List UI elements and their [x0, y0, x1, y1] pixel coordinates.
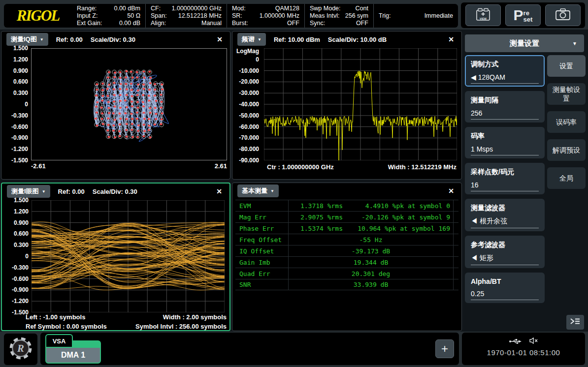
spectrum-center-freq: Ctr : 1.000000000 GHz	[267, 163, 334, 171]
home-button[interactable]: R	[4, 334, 37, 365]
topbar-field-value: 1.000000000 GHz	[172, 5, 222, 12]
topbar-field-label: Swp Mode:	[310, 5, 341, 12]
topbar-field-value: OFF	[356, 20, 368, 27]
eye-footer-row: Ref Symbol : 0.00 symbolsSymbol Intvl : …	[26, 323, 227, 330]
y-axis-tick: 1.200	[2, 208, 29, 215]
vsa-app-tab[interactable]: VSA DMA 1	[45, 334, 102, 364]
y-axis-tick: 0.600	[2, 230, 29, 237]
topbar-section: Mod:QAM128SR:1.000000 MHzBurst:OFF	[227, 4, 305, 28]
y-axis-tick: -0.600	[2, 275, 29, 282]
measurement-peak-value: 10.964 %pk at symbol 169	[343, 225, 450, 232]
measurement-value: -55 Hz	[292, 236, 450, 244]
sidebar-menu-item[interactable]: 码率1 Msps	[465, 127, 545, 158]
topbar-section: Range:0.00 dBmInput Z:50 ΩExt Gain:0.00 …	[72, 4, 146, 28]
y-axis-tick: 0.900	[2, 219, 29, 226]
measurement-name: Phase Err	[235, 225, 288, 232]
sidebar-tab[interactable]: 误码率	[547, 111, 586, 133]
spectrum-ref-value: Ref: 10.00 dBm	[274, 36, 320, 43]
measurement-peak-value: -20.126 %pk at symbol 9	[343, 214, 450, 221]
topbar-field: Meas Intvl:256 sym	[310, 12, 368, 20]
measurement-values: 33.939 dB	[288, 279, 454, 290]
spectrum-close-button[interactable]: ✕	[446, 34, 457, 44]
measurement-row: Quad Err20.301 deg	[235, 268, 458, 279]
spectrum-span-width: Width : 12.512219 MHz	[388, 163, 457, 171]
y-axis-tick: -90.000	[232, 157, 259, 164]
topbar-field: Ext Gain:0.00 dB	[77, 20, 140, 27]
eye-footer-right-value: Symbol Intvl : 256.00 symbols	[135, 323, 227, 330]
sidebar-menu-item[interactable]: 参考滤波器◀ 矩形	[465, 236, 545, 268]
sidebar-menu-item[interactable]: 调制方式◀ 128QAM	[465, 55, 545, 87]
vsa-instrument-screen: { "topbar": { "logo": "RIGOL", "sections…	[0, 0, 588, 367]
topbar-field: Range:0.00 dBm	[77, 5, 140, 12]
eye-footer-right-value: Width : 2.00 symbols	[163, 313, 227, 321]
svg-text:R: R	[17, 342, 24, 354]
topbar-section: Trig:Immediate	[374, 4, 458, 28]
view-button[interactable]: VIEW	[465, 4, 501, 26]
measurement-values: 1.3718 %rms4.4910 %pk at symbol 0	[288, 200, 454, 211]
y-axis-tick: -40.000	[232, 101, 259, 108]
eye-scale-value: Scale/Div: 0.30	[93, 188, 137, 195]
y-axis-tick: -30.000	[232, 90, 259, 96]
measurement-value: 19.344 dB	[292, 259, 450, 266]
speaker-muted-icon	[529, 337, 538, 346]
preset-icon-text: re set	[523, 10, 533, 23]
topbar-field-label: Burst:	[232, 20, 248, 27]
menu-collapse-button[interactable]	[566, 315, 584, 330]
topbar-field-label: Input Z:	[77, 12, 98, 20]
spectrum-scale-value: Scale/Div: 10.00 dB	[328, 36, 387, 43]
add-application-button[interactable]: +	[435, 339, 454, 358]
sidebar-menu-title[interactable]: 测量设置 ▼	[465, 34, 584, 52]
topbar-section: Swp Mode:ContMeas Intvl:256 symSync:OFF	[305, 4, 374, 28]
eye-footer-row: Left : -1.00 symbolsWidth : 2.00 symbols	[26, 313, 227, 321]
preset-button[interactable]: P re set	[505, 4, 541, 26]
eye-diagram-plot[interactable]	[32, 200, 225, 312]
iq-x-axis: -2.61 2.61	[31, 162, 227, 170]
topbar-field: Sync:OFF	[310, 20, 368, 27]
measurement-values: 2.9075 %rms-20.126 %pk at symbol 9	[288, 212, 454, 222]
sidebar-item-value: ◀ 矩形	[471, 254, 539, 265]
topbar-field-label: Span:	[151, 12, 167, 20]
topbar-field-label: Sync:	[310, 20, 325, 27]
sidebar-item-value: 1 Msps	[471, 145, 539, 155]
y-axis-tick: 0	[1, 101, 28, 108]
screenshot-button[interactable]	[545, 4, 581, 26]
topbar-field: SR:1.000000 MHz	[232, 12, 299, 20]
topbar-field-label: Align:	[151, 20, 166, 27]
topbar-field-label: SR:	[232, 12, 242, 20]
measurement-values: 19.344 dB	[288, 257, 454, 268]
view-icon: VIEW	[475, 6, 491, 24]
iq-close-button[interactable]: ✕	[214, 34, 225, 44]
topbar-field-label: Meas Intvl:	[310, 12, 339, 20]
sidebar-tab[interactable]: 设置	[547, 55, 586, 77]
measurement-name: Quad Err	[235, 270, 288, 277]
y-axis-tick: 0.300	[1, 90, 28, 96]
sidebar-tab[interactable]: 全局	[547, 167, 586, 189]
measurement-selector[interactable]: 基本测量▼	[237, 184, 279, 197]
topbar-field-value: Cont	[356, 5, 368, 12]
topbar-field-value: Manual	[201, 20, 222, 27]
preset-icon: P	[514, 8, 523, 23]
measurement-values: 1.5374 %rms10.964 %pk at symbol 169	[288, 223, 454, 234]
eye-close-button[interactable]: ✕	[214, 186, 225, 196]
sidebar-menu-item[interactable]: 采样点数/码元16	[465, 163, 545, 194]
measurement-row: Mag Err2.9075 %rms-20.126 %pk at symbol …	[235, 211, 458, 222]
sidebar-tab[interactable]: 解调预设	[547, 139, 586, 161]
y-axis-tick: 0	[232, 56, 259, 63]
sidebar-menu-item[interactable]: 测量滤波器◀ 根升余弦	[465, 199, 545, 231]
spectrum-panel: 频谱▼ Ref: 10.00 dBm Scale/Div: 10.00 dB ✕…	[232, 31, 462, 180]
measurement-close-button[interactable]: ✕	[446, 186, 457, 196]
sidebar-menu-item[interactable]: 测量间隔256	[465, 91, 545, 122]
system-status-box[interactable]: 1970-01-01 08:51:00	[462, 333, 585, 365]
rigol-logo: RIGOL	[4, 4, 72, 28]
measurement-values: -55 Hz	[288, 234, 454, 245]
basic-measurement-panel: 基本测量▼ ✕ EVM1.3718 %rms4.4910 %pk at symb…	[232, 183, 462, 331]
sidebar-menu-item[interactable]: Alpha/BT0.25	[465, 273, 545, 303]
y-axis-tick: -1.500	[1, 157, 28, 164]
settings-sidebar: 测量设置 ▼ 调制方式◀ 128QAM测量间隔256码率1 Msps采样点数/码…	[463, 31, 587, 331]
rigol-gear-icon: R	[8, 336, 33, 363]
topbar-field-value: Immediate	[425, 12, 453, 20]
spectrum-plot[interactable]	[264, 48, 457, 160]
iq-constellation-plot[interactable]	[31, 48, 227, 160]
measurement-values: -39.173 dB	[288, 245, 454, 256]
sidebar-tab[interactable]: 测量帧设置	[547, 83, 586, 105]
